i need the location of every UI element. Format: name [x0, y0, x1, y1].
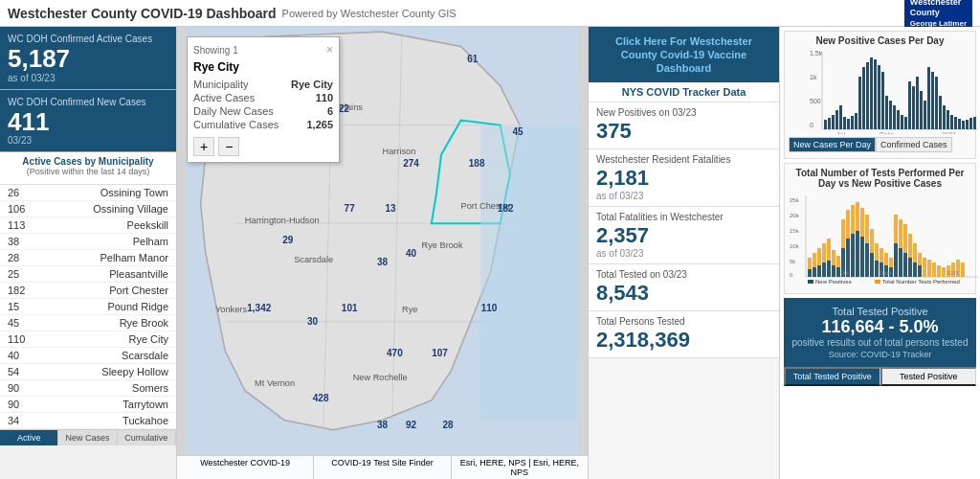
tab-total-tested-positive[interactable]: Total Tested Positive — [784, 367, 880, 386]
stat-row: Westchester Resident Fatalities 2,181 as… — [589, 149, 779, 207]
vaccine-link-text[interactable]: Click Here For Westchester County Covid-… — [615, 35, 752, 74]
svg-text:Port Chester: Port Chester — [461, 201, 511, 211]
svg-text:0: 0 — [790, 272, 793, 278]
confirmed-new-title: WC DOH Confirmed New Cases — [8, 96, 168, 108]
svg-rect-51 — [920, 91, 923, 129]
confirmed-active-date: as of 03/23 — [8, 73, 168, 83]
svg-rect-37 — [866, 62, 869, 129]
confirmed-active-value: 5,187 — [8, 45, 168, 73]
svg-rect-65 — [973, 117, 976, 129]
vaccine-link[interactable]: Click Here For Westchester County Covid-… — [589, 27, 779, 82]
right-panel: Click Here For Westchester County Covid-… — [588, 27, 779, 479]
svg-text:Rye Brook: Rye Brook — [422, 240, 463, 250]
tab-tested-positive[interactable]: Tested Positive — [880, 367, 977, 386]
chart1-container: New Positive Cases Per Day 1.5k 1k 500 0 — [784, 31, 976, 159]
municipality-list: 26Ossining Town106Ossining Village113Pee… — [0, 185, 176, 429]
svg-rect-104 — [937, 265, 941, 277]
svg-rect-109 — [961, 262, 965, 277]
list-item: 26Ossining Town — [0, 185, 176, 201]
tab-cumulative[interactable]: Cumulative — [118, 430, 176, 445]
map-popup: Showing 1 × Rye City Municipality Rye Ci… — [187, 36, 340, 163]
svg-rect-42 — [885, 96, 888, 129]
svg-rect-133 — [918, 265, 922, 277]
map-attribution: Esri, HERE, NPS | Esri, HERE, NPS — [452, 456, 588, 479]
list-item: 54Sleepy Hollow — [0, 364, 176, 380]
map-background: Hawthorne White Plains Harrison Harringt… — [177, 27, 588, 479]
popup-municipality-value: Rye City — [291, 79, 333, 90]
main-layout: WC DOH Confirmed Active Cases 5,187 as o… — [0, 27, 980, 479]
svg-rect-112 — [817, 265, 821, 277]
svg-rect-113 — [822, 262, 826, 277]
tab-active[interactable]: Active — [0, 430, 58, 445]
svg-rect-46 — [901, 115, 903, 129]
svg-text:1k: 1k — [810, 74, 817, 80]
svg-rect-54 — [931, 72, 934, 129]
confirmed-active-card: WC DOH Confirmed Active Cases 5,187 as o… — [0, 27, 176, 90]
list-item: 106Ossining Village — [0, 201, 176, 217]
svg-rect-123 — [870, 253, 874, 277]
svg-text:New Rochelle: New Rochelle — [353, 373, 408, 382]
svg-rect-59 — [950, 115, 953, 129]
zoom-out-button[interactable]: − — [218, 137, 239, 156]
tab-confirmed-cases[interactable]: Confirmed Cases — [876, 137, 952, 152]
total-tested-positive: Total Tested Positive 116,664 - 5.0% pos… — [784, 298, 976, 367]
list-item: 182Port Chester — [0, 283, 176, 299]
svg-text:Harrison: Harrison — [383, 147, 416, 156]
ttp-value: 116,664 - 5.0% — [791, 317, 969, 337]
svg-rect-31 — [843, 117, 846, 129]
svg-rect-122 — [865, 243, 869, 277]
zoom-in-button[interactable]: + — [193, 137, 214, 156]
popup-cumulative-value: 1,265 — [306, 119, 333, 130]
popup-active-value: 110 — [316, 92, 333, 103]
chart2-svg: 25k 20k 15k 10k 5k 0 — [789, 191, 980, 286]
chart1-title: New Positive Cases Per Day — [789, 35, 971, 46]
svg-rect-43 — [889, 101, 892, 129]
chart1-svg: 1.5k 1k 500 0 — [789, 48, 980, 134]
svg-rect-40 — [878, 65, 880, 129]
svg-rect-29 — [835, 110, 838, 129]
svg-rect-103 — [932, 262, 936, 277]
header: Westchester County COVID-19 Dashboard Po… — [0, 0, 980, 27]
left-panel: WC DOH Confirmed Active Cases 5,187 as o… — [0, 27, 177, 479]
tab-new-cases[interactable]: New Cases — [58, 430, 117, 445]
right-stats: New Positives on 03/23 375 Westchester R… — [589, 103, 779, 358]
svg-text:20k: 20k — [790, 213, 800, 218]
svg-text:2021: 2021 — [947, 270, 960, 276]
svg-rect-136 — [875, 280, 880, 284]
confirmed-new-value: 411 — [8, 108, 168, 136]
popup-city: Rye City — [193, 60, 333, 74]
svg-text:Jul: Jul — [841, 270, 849, 276]
popup-cumulative-label: Cumulative Cases — [193, 119, 278, 130]
chart2-title: Total Number of Tests Performed Per Day … — [789, 168, 971, 189]
svg-rect-102 — [927, 260, 931, 277]
svg-rect-44 — [893, 105, 896, 129]
svg-rect-131 — [908, 258, 912, 277]
map-tab-test-site[interactable]: COVID-19 Test Site Finder — [314, 456, 451, 479]
charts-panel: New Positive Cases Per Day 1.5k 1k 500 0 — [779, 27, 980, 479]
popup-active-label: Active Cases — [193, 92, 255, 103]
popup-daily-label: Daily New Cases — [193, 105, 274, 117]
svg-rect-57 — [943, 105, 946, 129]
active-cases-section: Active Cases by Municipality (Positive w… — [0, 152, 176, 185]
ttp-sub: positive results out of total persons te… — [791, 337, 969, 348]
list-item: 25Pleasantville — [0, 266, 176, 283]
svg-rect-49 — [912, 86, 915, 129]
close-icon[interactable]: × — [326, 43, 333, 57]
svg-text:Mt Vernon: Mt Vernon — [255, 378, 295, 388]
svg-rect-27 — [828, 118, 831, 129]
svg-rect-56 — [939, 96, 942, 129]
map-tab-westchester[interactable]: Westchester COVID-19 — [177, 456, 314, 479]
svg-rect-114 — [827, 261, 831, 277]
tab-new-cases-per-day[interactable]: New Cases Per Day — [789, 137, 876, 152]
popup-municipality-label: Municipality — [193, 79, 248, 90]
svg-rect-47 — [904, 117, 907, 129]
stat-row: Total Fatalities in Westchester 2,357 as… — [589, 207, 779, 264]
svg-text:Date: Date — [880, 270, 892, 276]
svg-rect-101 — [923, 258, 926, 277]
map-tab-bar: Westchester COVID-19 COVID-19 Test Site … — [177, 455, 588, 479]
svg-rect-53 — [927, 67, 930, 129]
svg-text:Total Number Tests Performed: Total Number Tests Performed — [882, 279, 960, 285]
list-item: 28Pelham Manor — [0, 250, 176, 266]
nys-tracker[interactable]: NYS COVID Tracker Data — [589, 82, 779, 103]
list-item: 45Rye Brook — [0, 315, 176, 331]
